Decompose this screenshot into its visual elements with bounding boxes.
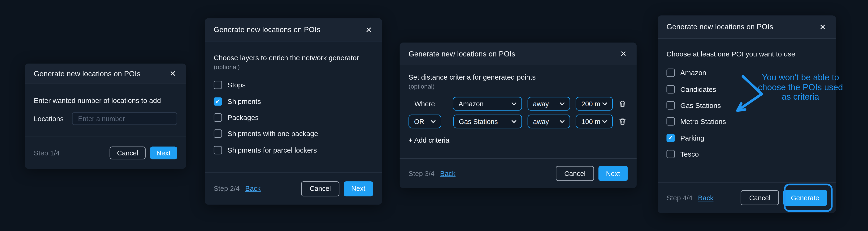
close-button[interactable]: ✕ <box>818 22 827 32</box>
step-indicator: Step 2/4 Back <box>214 185 261 193</box>
next-button[interactable]: Next <box>598 166 628 181</box>
modal-footer: Step 3/4 Back Cancel Next <box>400 158 637 188</box>
chevron-down-icon <box>560 120 565 123</box>
cancel-button[interactable]: Cancel <box>301 181 339 196</box>
chevron-down-icon <box>512 120 517 123</box>
close-icon: ✕ <box>819 23 826 31</box>
checkbox-label: Parking <box>680 134 705 142</box>
poi-select[interactable]: Gas Stations <box>454 114 522 129</box>
checkbox-tesco[interactable]: Tesco <box>666 146 827 162</box>
close-button[interactable]: ✕ <box>619 48 628 59</box>
locations-field-row: Locations <box>34 112 177 125</box>
checkbox-label: Amazon <box>680 69 706 77</box>
where-label: Where <box>414 100 435 108</box>
checkbox-label: Shipments <box>227 97 261 105</box>
close-icon: ✕ <box>620 49 626 58</box>
step-label: Step 1/4 <box>34 149 60 157</box>
connector-slot: Where <box>408 100 441 108</box>
back-link[interactable]: Back <box>245 185 261 193</box>
delete-criteria-button[interactable] <box>617 98 628 109</box>
trash-icon <box>618 100 627 108</box>
checkbox-label: Gas Stations <box>680 101 721 109</box>
criteria-list: Where Amazon away 200 m <box>408 97 628 128</box>
distance-select[interactable]: 200 m <box>576 97 613 111</box>
step-label: Step 3/4 <box>408 170 434 177</box>
instruction-text: Enter wanted number of locations to add <box>34 96 177 104</box>
checkbox-label: Candidates <box>680 85 716 93</box>
checkbox-label: Metro Stations <box>680 118 726 126</box>
checkbox <box>666 118 675 126</box>
relation-select[interactable]: away <box>527 97 570 111</box>
checkbox-shipments-one-package[interactable]: Shipments with one package <box>214 126 373 142</box>
modal-title: Generate new locations on POIs <box>214 26 320 34</box>
modal-body: Enter wanted number of locations to add … <box>25 84 186 136</box>
cancel-button[interactable]: Cancel <box>110 147 146 159</box>
checkbox-label: Packages <box>227 113 258 122</box>
footer-buttons: Cancel Next <box>301 181 373 196</box>
poi-select[interactable]: Amazon <box>453 97 522 111</box>
add-criteria-button[interactable]: + Add criteria <box>408 136 450 144</box>
relation-select[interactable]: away <box>528 114 570 129</box>
modal-step-1: Generate new locations on POIs ✕ Enter w… <box>25 64 186 169</box>
modal-footer: Step 2/4 Back Cancel Next <box>205 172 382 204</box>
checkbox-shipments[interactable]: Shipments <box>214 93 373 109</box>
chevron-down-icon <box>602 102 607 105</box>
close-button[interactable]: ✕ <box>168 68 177 78</box>
close-button[interactable]: ✕ <box>365 25 373 34</box>
step-indicator: Step 1/4 <box>34 149 60 157</box>
checkbox <box>214 130 222 138</box>
criteria-row: OR Gas Stations away 100 m <box>408 114 628 129</box>
trash-icon <box>618 117 627 125</box>
footer-buttons: Cancel Next <box>110 147 177 159</box>
checkbox-label: Shipments for parcel lockers <box>227 146 317 154</box>
wizard-steps-overview: Generate new locations on POIs ✕ Enter w… <box>0 0 868 231</box>
close-icon: ✕ <box>366 25 372 34</box>
step-label: Step 4/4 <box>666 194 692 202</box>
cancel-button[interactable]: Cancel <box>556 166 594 181</box>
delete-criteria-button[interactable] <box>617 116 628 127</box>
checkbox-stops[interactable]: Stops <box>214 77 373 93</box>
step-indicator: Step 3/4 Back <box>408 170 456 177</box>
checkbox <box>214 81 222 89</box>
modal-header: Generate new locations on POIs ✕ <box>658 15 836 39</box>
locations-field-label: Locations <box>34 115 72 123</box>
chevron-down-icon <box>560 102 565 105</box>
distance-select[interactable]: 100 m <box>576 114 613 129</box>
close-icon: ✕ <box>169 69 176 78</box>
checkbox-label: Tesco <box>680 150 699 158</box>
optional-note: (optional) <box>214 64 373 70</box>
checkbox-shipments-parcel-lockers[interactable]: Shipments for parcel lockers <box>214 142 373 158</box>
instruction-text: Set distance criteria for generated poin… <box>408 73 628 81</box>
locations-input[interactable] <box>72 112 177 125</box>
next-button[interactable]: Next <box>344 181 373 196</box>
checkbox <box>666 101 675 109</box>
next-button[interactable]: Next <box>150 147 177 159</box>
modal-footer: Step 1/4 Cancel Next <box>25 136 186 169</box>
checkbox <box>214 97 222 105</box>
footer-buttons: Cancel Generate <box>741 190 827 206</box>
optional-note: (optional) <box>408 83 628 90</box>
checkbox <box>666 85 675 93</box>
checkbox <box>214 146 222 154</box>
instruction-text: Choose at least one POI you want to use <box>666 50 827 58</box>
modal-header: Generate new locations on POIs ✕ <box>25 64 186 84</box>
modal-title: Generate new locations on POIs <box>408 50 515 58</box>
instruction-text: Choose layers to enrich the network gene… <box>214 54 373 62</box>
back-link[interactable]: Back <box>698 194 714 202</box>
connector-select[interactable]: OR <box>408 114 441 129</box>
checkbox-packages[interactable]: Packages <box>214 109 373 126</box>
checkbox <box>666 150 675 158</box>
checkbox <box>666 69 675 77</box>
modal-title: Generate new locations on POIs <box>34 69 141 78</box>
step-label: Step 2/4 <box>214 185 240 193</box>
step-indicator: Step 4/4 Back <box>666 194 714 202</box>
modal-step-2: Generate new locations on POIs ✕ Choose … <box>205 18 382 204</box>
generate-button[interactable]: Generate <box>783 190 827 206</box>
modal-header: Generate new locations on POIs ✕ <box>205 18 382 41</box>
checkbox-label: Shipments with one package <box>227 130 318 138</box>
criteria-row: Where Amazon away 200 m <box>408 97 628 111</box>
cancel-button[interactable]: Cancel <box>741 190 779 205</box>
back-link[interactable]: Back <box>440 170 456 177</box>
checkbox-parking[interactable]: Parking <box>666 130 827 146</box>
checkbox-label: Stops <box>227 81 246 89</box>
